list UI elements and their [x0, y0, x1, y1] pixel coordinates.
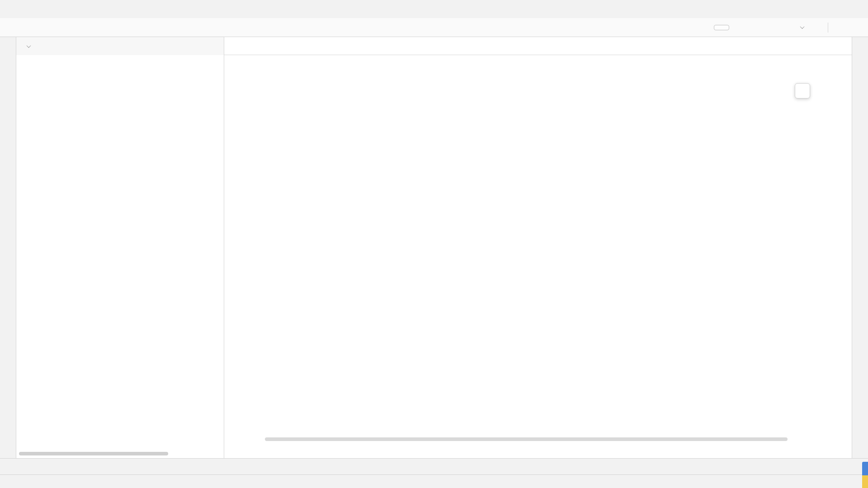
bottom-tool-bar	[0, 458, 868, 474]
expand-all-icon[interactable]	[159, 42, 166, 50]
minimize-icon	[802, 6, 808, 12]
project-tree-hscrollbar[interactable]	[19, 452, 168, 455]
load-maven-changes-widget	[795, 83, 815, 99]
project-tree	[16, 55, 224, 59]
inspections-ok-icon[interactable]	[840, 60, 848, 68]
editor-tab-bar	[224, 37, 852, 55]
editor-hscrollbar	[224, 436, 852, 442]
layout-icon[interactable]	[852, 23, 860, 31]
profiler-dropdown-icon[interactable]	[800, 24, 805, 29]
load-maven-changes-button[interactable]	[795, 83, 810, 99]
settings-gear-icon[interactable]	[194, 42, 202, 50]
collapse-all-icon[interactable]	[176, 42, 184, 50]
close-icon	[852, 6, 859, 12]
profiler-icon[interactable]	[785, 23, 793, 31]
maven-tool-icon[interactable]	[856, 144, 864, 151]
watermark-logo	[862, 462, 868, 488]
minimize-button[interactable]	[792, 0, 817, 18]
locate-file-icon[interactable]	[141, 42, 149, 50]
readonly-lock-icon[interactable]	[833, 478, 841, 485]
window-controls	[792, 0, 868, 18]
toolbar-divider	[828, 23, 828, 33]
event-log-button[interactable]	[834, 463, 844, 470]
project-tool-icon[interactable]	[4, 77, 12, 84]
toolwindow-layout-icon[interactable]	[4, 478, 11, 485]
editor-area	[224, 37, 852, 458]
favorites-tool-icon[interactable]	[4, 442, 12, 450]
editor-hscrollbar-thumb[interactable]	[265, 437, 788, 441]
left-tool-stripe	[0, 37, 16, 458]
editor-body[interactable]	[224, 55, 852, 436]
database-tool-icon[interactable]	[856, 84, 864, 92]
project-panel-header	[16, 37, 224, 55]
stop-icon[interactable]	[812, 23, 820, 31]
close-button[interactable]	[843, 0, 868, 18]
maven-reload-icon	[797, 86, 807, 96]
status-right-widgets	[786, 478, 841, 485]
editor-breadcrumb-bar	[224, 442, 852, 458]
event-log-icon	[834, 463, 841, 470]
collaboration-icon[interactable]	[836, 23, 844, 31]
navigation-bar	[0, 18, 868, 37]
title-bar	[0, 0, 868, 18]
hide-panel-icon[interactable]	[212, 42, 219, 50]
run-toolbar	[698, 23, 868, 33]
project-view-dropdown-icon[interactable]	[27, 43, 31, 48]
maximize-button[interactable]	[817, 0, 843, 18]
right-tool-stripe	[852, 37, 868, 458]
ide-logo-icon	[5, 4, 15, 14]
structure-tool-icon[interactable]	[4, 389, 12, 396]
maximize-icon	[827, 6, 833, 12]
add-configuration-button[interactable]	[714, 25, 729, 30]
run-icon[interactable]	[737, 23, 745, 31]
project-tool-window	[16, 37, 224, 458]
debug-icon[interactable]	[753, 23, 761, 31]
coverage-icon[interactable]	[769, 23, 777, 31]
status-bar	[0, 474, 868, 488]
build-project-icon[interactable]	[698, 23, 706, 31]
